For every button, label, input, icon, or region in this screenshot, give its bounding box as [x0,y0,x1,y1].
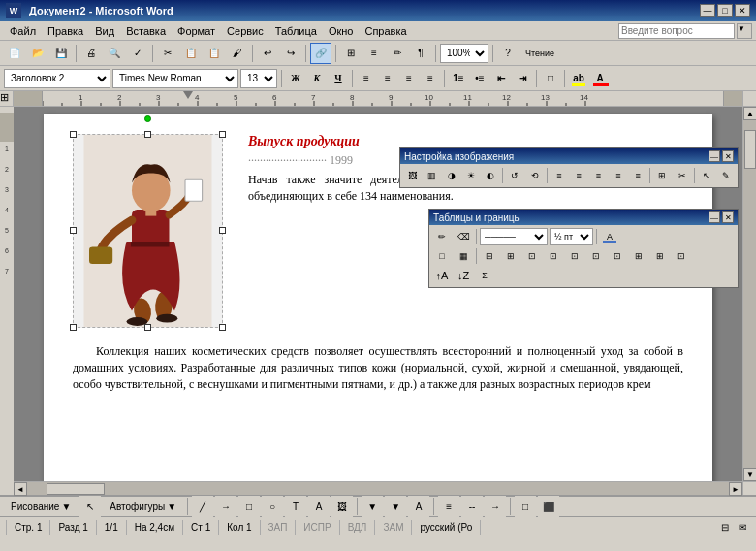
highlight-btn[interactable]: ab [569,69,588,88]
tables-toolbar-minimize[interactable]: — [709,211,720,223]
open-btn[interactable]: 📂 [27,43,48,64]
scroll-left-btn[interactable]: ◄ [14,482,27,496]
draw-cursor-btn[interactable]: ↖ [79,496,101,517]
redo-btn[interactable]: ↪ [280,43,301,64]
tbl-btn-draw[interactable]: ✏ [432,228,452,245]
img-btn-4[interactable]: ☀ [462,167,480,184]
menu-table[interactable]: Таблица [269,23,323,39]
outside-border-btn[interactable]: □ [541,69,560,88]
tbl-btn-merge[interactable]: ⊟ [480,247,499,265]
img-btn-13[interactable]: ⊞ [653,167,671,184]
handle-mid-right[interactable] [219,227,226,234]
menu-view[interactable]: Вид [89,23,120,39]
scroll-thumb-h[interactable] [47,483,105,495]
line-btn[interactable]: ╱ [192,496,213,517]
tbl-btn-autosum[interactable]: Σ [475,267,494,284]
img-btn-2[interactable]: ▥ [423,167,440,184]
maximize-button[interactable]: □ [717,4,733,17]
font-color-draw-btn[interactable]: A [408,496,429,517]
tbl-border-color[interactable]: A [600,228,619,245]
drawing-tb-btn[interactable]: ✏ [387,43,408,64]
tbl-btn-align-bl[interactable]: ⊡ [586,247,606,265]
handle-top-right[interactable] [219,131,226,138]
status-icon-1[interactable]: ⊟ [717,520,733,535]
dash-style-btn[interactable]: -- [461,496,483,517]
tbl-btn-shading[interactable]: ▦ [454,247,473,265]
paintformat-btn[interactable]: 🖌 [227,43,248,64]
img-btn-1[interactable]: 🖼 [403,167,421,184]
tbl-btn-sort-desc[interactable]: ↓Z [454,267,473,284]
wordart-btn[interactable]: A [308,496,330,517]
img-btn-14[interactable]: ✂ [673,167,690,184]
scroll-track-h[interactable] [27,482,729,495]
image-toolbar-minimize[interactable]: — [709,150,720,162]
img-btn-16[interactable]: ✎ [717,167,735,184]
tbl-btn-distribute-r[interactable]: ⊞ [629,247,648,265]
align-right-btn[interactable]: ≡ [399,69,419,88]
size-select[interactable]: 13 [240,69,277,88]
link-btn[interactable]: 🔗 [310,43,331,64]
rotation-handle[interactable] [144,115,151,122]
showhide-btn[interactable]: ¶ [410,43,431,64]
drawing-label-btn[interactable]: Рисование ▼ [4,498,78,515]
bold-btn[interactable]: Ж [286,69,305,88]
float-image-container[interactable] [73,134,235,336]
menu-insert[interactable]: Вставка [120,23,172,39]
table-btn[interactable]: ⊞ [340,43,362,64]
align-center-btn[interactable]: ≡ [378,69,397,88]
arrow-btn[interactable]: → [215,496,236,517]
bullets-btn[interactable]: •≡ [470,69,489,88]
new-btn[interactable]: 📄 [4,43,25,64]
clipart-btn[interactable]: 🖼 [331,496,353,517]
handle-top-left[interactable] [70,131,77,138]
menu-file[interactable]: Файл [4,23,42,39]
textbox-btn[interactable]: T [285,496,306,517]
img-btn-15[interactable]: ↖ [698,167,715,184]
style-select[interactable]: Заголовок 2 [4,69,110,88]
align-justify-btn[interactable]: ≡ [421,69,440,88]
search-dropdown[interactable]: ▼ [737,23,752,39]
menu-edit[interactable]: Правка [42,23,89,39]
decrease-indent-btn[interactable]: ⇤ [491,69,511,88]
rect-btn[interactable]: □ [238,496,260,517]
preview-btn[interactable]: 🔍 [104,43,125,64]
float-image[interactable] [73,134,223,328]
tbl-line-width[interactable]: ½ пт [550,228,593,245]
tbl-line-style[interactable]: ───── [480,228,548,245]
tables-toolbar-close[interactable]: ✕ [722,211,734,223]
menu-tools[interactable]: Сервис [221,23,269,39]
shadow-btn[interactable]: □ [515,496,536,517]
tbl-btn-eraser[interactable]: ⌫ [454,228,473,245]
help-btn[interactable]: ? [497,43,519,64]
fill-color-btn[interactable]: ▼ [362,496,383,517]
tbl-btn-align-tr[interactable]: ⊡ [565,247,584,265]
tbl-btn-auto[interactable]: ⊡ [672,247,691,265]
undo-btn[interactable]: ↩ [257,43,278,64]
tbl-btn-border-style[interactable]: □ [432,247,452,265]
img-btn-5[interactable]: ◐ [482,167,499,184]
img-btn-10[interactable]: ≡ [589,167,607,184]
save-btn[interactable]: 💾 [50,43,72,64]
paste-btn[interactable]: 📋 [204,43,225,64]
search-input[interactable] [618,23,735,39]
minimize-button[interactable]: — [700,4,715,17]
tbl-btn-split[interactable]: ⊞ [501,247,520,265]
cut-btn[interactable]: ✂ [157,43,178,64]
img-btn-9[interactable]: ≡ [570,167,587,184]
scroll-up-btn[interactable]: ▲ [743,107,756,120]
autoshapes-btn[interactable]: Автофигуры ▼ [103,498,183,515]
oval-btn[interactable]: ○ [262,496,283,517]
scroll-down-btn[interactable]: ▼ [743,468,756,481]
menu-format[interactable]: Формат [172,23,221,39]
menu-window[interactable]: Окно [323,23,360,39]
img-btn-3[interactable]: ◑ [443,167,460,184]
img-btn-8[interactable]: ≡ [551,167,568,184]
tbl-btn-sort-asc[interactable]: ↑A [432,267,452,284]
arrow-style-btn[interactable]: → [485,496,506,517]
img-btn-7[interactable]: ⟲ [526,167,544,184]
tbl-btn-align-tl[interactable]: ⊡ [522,247,542,265]
print-btn[interactable]: 🖨 [80,43,102,64]
handle-top-center[interactable] [144,131,151,138]
close-button[interactable]: ✕ [735,4,750,17]
handle-mid-left[interactable] [70,227,77,234]
